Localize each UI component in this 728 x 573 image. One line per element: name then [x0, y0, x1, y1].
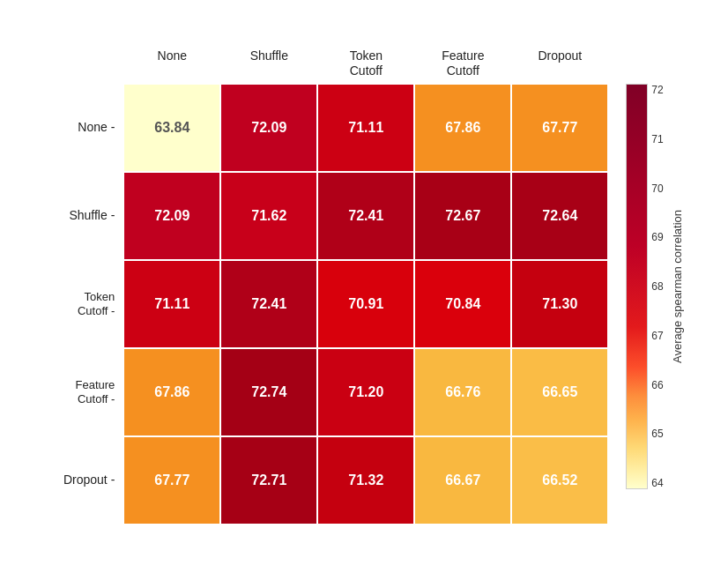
heatmap-row-4: Dropout - 67.77 72.71 71.32 66.67 66.52 [44, 436, 608, 525]
cell-2-2: 70.91 [317, 260, 414, 348]
heatmap-rows: None - 63.84 72.09 71.11 67.86 67.77 Shu… [44, 84, 608, 525]
main-area: None Shuffle TokenCutoff FeatureCutoff D… [44, 48, 683, 525]
colorbar-tick-71: 71 [651, 133, 663, 145]
colorbar-tick-64: 64 [651, 477, 663, 489]
cell-0-4: 67.77 [511, 84, 608, 172]
colorbar-section: 72 71 70 69 68 67 66 65 64 Average spear… [626, 66, 683, 507]
cell-3-4: 66.65 [511, 348, 608, 436]
row-label-shuffle: Shuffle - [44, 208, 123, 223]
cell-4-2: 71.32 [317, 436, 414, 525]
col-header-none: None [123, 48, 220, 84]
colorbar-label: Average spearman correlation [671, 210, 684, 363]
cell-3-1: 72.74 [220, 348, 317, 436]
col-header-feature-cutoff: FeatureCutoff [414, 48, 511, 84]
cell-1-1: 71.62 [220, 172, 317, 260]
colorbar-tick-65: 65 [651, 428, 663, 440]
cell-1-0: 72.09 [123, 172, 220, 260]
cell-2-3: 70.84 [414, 260, 511, 348]
colorbar-tick-66: 66 [651, 379, 663, 391]
cell-2-4: 71.30 [511, 260, 608, 348]
heatmap-row-2: TokenCutoff - 71.11 72.41 70.91 70.84 71… [44, 260, 608, 348]
colorbar-tick-67: 67 [651, 330, 663, 342]
colorbar-tick-68: 68 [651, 280, 663, 293]
cell-0-1: 72.09 [220, 84, 317, 172]
cell-4-4: 66.52 [511, 436, 608, 525]
cell-1-2: 72.41 [317, 172, 414, 260]
cell-1-3: 72.67 [414, 172, 511, 260]
heatmap-section: None Shuffle TokenCutoff FeatureCutoff D… [44, 48, 608, 525]
col-headers: None Shuffle TokenCutoff FeatureCutoff D… [123, 48, 608, 84]
cell-2-0: 71.11 [123, 260, 220, 348]
col-header-shuffle: Shuffle [220, 48, 317, 84]
cell-0-0: 63.84 [123, 84, 220, 172]
heatmap-row-0: None - 63.84 72.09 71.11 67.86 67.77 [44, 84, 608, 172]
cell-3-2: 71.20 [317, 348, 414, 436]
cell-4-0: 67.77 [123, 436, 220, 525]
colorbar-ticks: 72 71 70 69 68 67 66 65 64 [651, 84, 663, 489]
row-label-none: None - [44, 120, 123, 135]
row-label-token-cutoff: TokenCutoff - [44, 290, 123, 317]
chart-container: None Shuffle TokenCutoff FeatureCutoff D… [0, 0, 728, 573]
heatmap-row-3: FeatureCutoff - 67.86 72.74 71.20 66.76 … [44, 348, 608, 436]
cell-4-3: 66.67 [414, 436, 511, 525]
col-header-token-cutoff: TokenCutoff [317, 48, 414, 84]
colorbar-gradient [626, 84, 648, 489]
cell-0-2: 71.11 [317, 84, 414, 172]
cell-3-0: 67.86 [123, 348, 220, 436]
cell-0-3: 67.86 [414, 84, 511, 172]
colorbar-tick-70: 70 [651, 182, 663, 195]
cell-2-1: 72.41 [220, 260, 317, 348]
heatmap-row-1: Shuffle - 72.09 71.62 72.41 72.67 72.64 [44, 172, 608, 260]
colorbar-tick-72: 72 [651, 84, 663, 96]
cell-4-1: 72.71 [220, 436, 317, 525]
row-label-dropout: Dropout - [44, 473, 123, 487]
cell-3-3: 66.76 [414, 348, 511, 436]
row-label-feature-cutoff: FeatureCutoff - [44, 378, 123, 406]
col-header-dropout: Dropout [511, 48, 608, 84]
cell-1-4: 72.64 [511, 172, 608, 260]
colorbar-tick-69: 69 [651, 231, 663, 243]
